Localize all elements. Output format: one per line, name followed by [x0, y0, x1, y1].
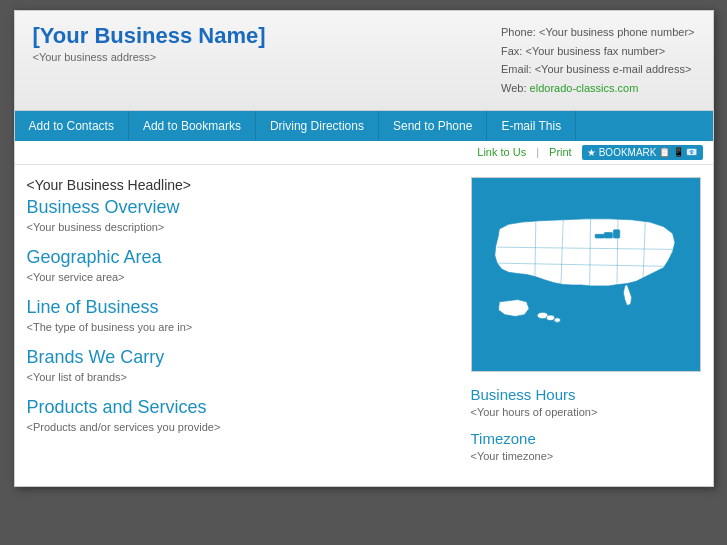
bookmark-icon: ★ — [587, 147, 596, 158]
nav-email-this[interactable]: E-mail This — [487, 111, 576, 141]
navbar: Add to Contacts Add to Bookmarks Driving… — [15, 111, 713, 141]
svg-rect-3 — [595, 234, 604, 238]
right-title-hours: Business Hours — [471, 386, 701, 403]
page-wrapper: [Your Business Name] <Your business addr… — [14, 10, 714, 487]
content-left: <Your Business Headline> Business Overvi… — [27, 177, 456, 474]
bookmark-icons: 📋 📱 📧 — [659, 147, 697, 157]
section-geographic-area: Geographic Area <Your service area> — [27, 247, 456, 283]
email-info: Email: <Your business e-mail address> — [501, 60, 694, 79]
svg-point-5 — [546, 315, 554, 320]
separator: | — [536, 146, 539, 158]
link-to-us[interactable]: Link to Us — [477, 146, 526, 158]
content-right: Business Hours <Your hours of operation>… — [471, 177, 701, 474]
section-desc-geo: <Your service area> — [27, 271, 456, 283]
svg-point-6 — [554, 318, 560, 323]
nav-add-to-contacts[interactable]: Add to Contacts — [15, 111, 129, 141]
section-business-overview: Business Overview <Your business descrip… — [27, 197, 456, 233]
svg-rect-1 — [604, 232, 612, 237]
right-desc-hours: <Your hours of operation> — [471, 406, 701, 418]
nav-driving-directions[interactable]: Driving Directions — [256, 111, 379, 141]
header-left: [Your Business Name] <Your business addr… — [33, 23, 266, 63]
section-title-brands: Brands We Carry — [27, 347, 456, 368]
section-title-geo: Geographic Area — [27, 247, 456, 268]
bookmark-label: BOOKMARK — [599, 147, 657, 158]
phone-info: Phone: <Your business phone number> — [501, 23, 694, 42]
right-title-timezone: Timezone — [471, 430, 701, 447]
usa-map — [471, 177, 701, 372]
section-timezone: Timezone <Your timezone> — [471, 430, 701, 462]
nav-add-to-bookmarks[interactable]: Add to Bookmarks — [129, 111, 256, 141]
business-headline: <Your Business Headline> — [27, 177, 456, 193]
section-desc-products: <Products and/or services you provide> — [27, 421, 456, 433]
header: [Your Business Name] <Your business addr… — [15, 11, 713, 111]
web-info: Web: eldorado-classics.com — [501, 79, 694, 98]
utility-bar: Link to Us | Print ★ BOOKMARK 📋 📱 📧 — [15, 141, 713, 165]
section-title-products: Products and Services — [27, 397, 456, 418]
bookmark-button[interactable]: ★ BOOKMARK 📋 📱 📧 — [582, 145, 703, 160]
header-contact-info: Phone: <Your business phone number> Fax:… — [501, 23, 694, 98]
section-products: Products and Services <Products and/or s… — [27, 397, 456, 433]
web-label: Web: — [501, 82, 526, 94]
main-content: <Your Business Headline> Business Overvi… — [15, 165, 713, 486]
svg-rect-2 — [613, 230, 619, 238]
right-desc-timezone: <Your timezone> — [471, 450, 701, 462]
print-link[interactable]: Print — [549, 146, 572, 158]
fax-info: Fax: <Your business fax number> — [501, 42, 694, 61]
section-desc-overview: <Your business description> — [27, 221, 456, 233]
section-title-lob: Line of Business — [27, 297, 456, 318]
section-brands: Brands We Carry <Your list of brands> — [27, 347, 456, 383]
section-business-hours: Business Hours <Your hours of operation> — [471, 386, 701, 418]
web-link[interactable]: eldorado-classics.com — [530, 82, 639, 94]
business-name: [Your Business Name] — [33, 23, 266, 49]
usa-map-svg — [472, 178, 700, 371]
section-desc-brands: <Your list of brands> — [27, 371, 456, 383]
business-address: <Your business address> — [33, 51, 266, 63]
section-title-overview: Business Overview — [27, 197, 456, 218]
section-line-of-business: Line of Business <The type of business y… — [27, 297, 456, 333]
section-desc-lob: <The type of business you are in> — [27, 321, 456, 333]
nav-send-to-phone[interactable]: Send to Phone — [379, 111, 487, 141]
